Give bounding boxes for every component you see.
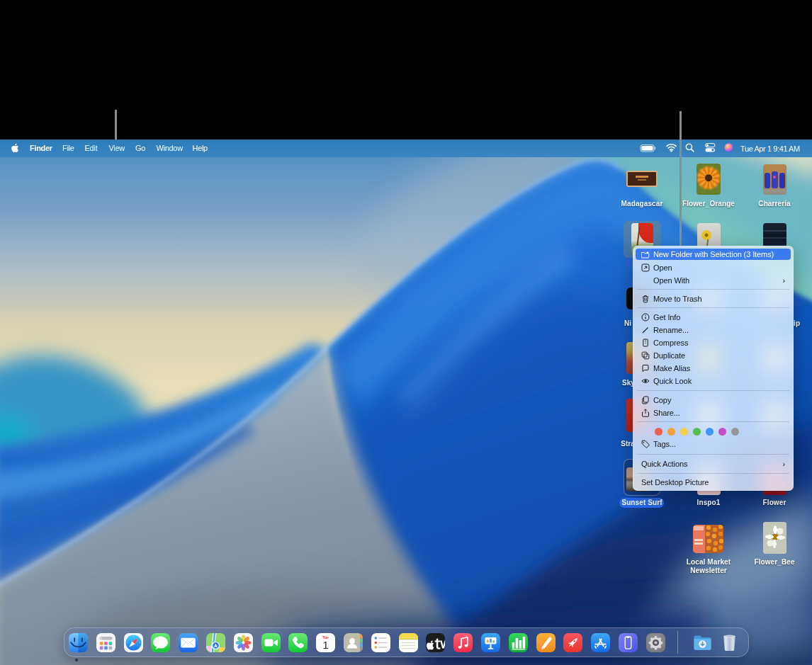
svg-text:1: 1 (322, 639, 329, 651)
